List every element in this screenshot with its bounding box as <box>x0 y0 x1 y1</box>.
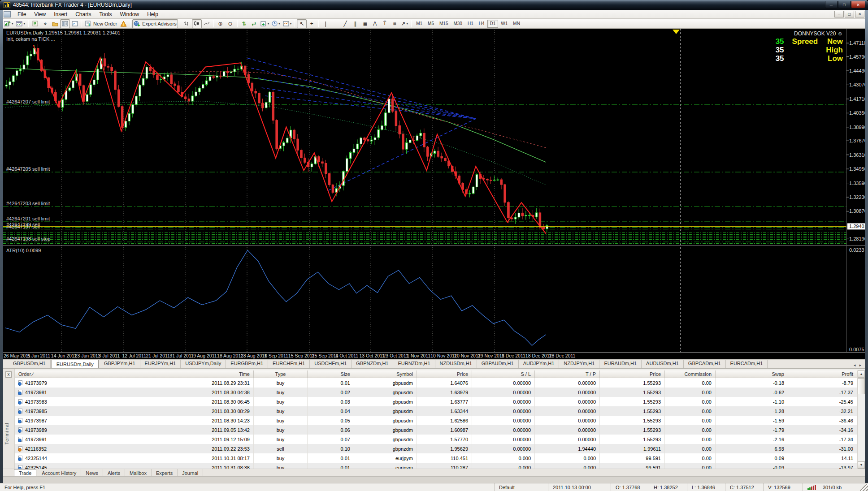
chart-workspace[interactable]: 1.471101.457901.444301.430701.417101.403… <box>0 29 868 359</box>
shapes-button[interactable]: ■ <box>390 19 399 28</box>
vertical-line-button[interactable]: | <box>321 19 330 28</box>
chart-tab-gbpaudm-h1[interactable]: GBPAUDm,H1 <box>477 360 519 368</box>
menu-item-charts[interactable]: Charts <box>71 10 95 18</box>
fibonacci-button[interactable]: ≣ <box>360 19 370 28</box>
timeframe-h1-button[interactable]: H1 <box>465 20 476 28</box>
line-chart-button[interactable] <box>202 19 212 28</box>
text-button[interactable]: A <box>370 19 380 28</box>
order-row-41973981[interactable]: 419739812011.08.30 04:38buy0.02gbpusdm1.… <box>15 388 857 397</box>
strategy-tester-button[interactable] <box>70 19 80 28</box>
horizontal-line-button[interactable]: ─ <box>330 19 340 28</box>
order-row-42325145[interactable]: 423251452011.10.31 08:38buy0.01eurjpym11… <box>15 463 857 469</box>
channel-button[interactable]: ∥ <box>350 19 360 28</box>
menu-item-view[interactable]: View <box>30 10 50 18</box>
indicators-button[interactable]: +▾ <box>259 19 271 28</box>
child-restore-button[interactable]: ▢ <box>845 11 854 17</box>
menu-item-window[interactable]: Window <box>116 10 143 18</box>
column-header-time[interactable]: Time <box>111 370 254 378</box>
chart-tab-eurchfm-h1[interactable]: EURCHFm,H1 <box>268 360 310 368</box>
chart-tab-audjpym-h1[interactable]: AUDJPYm,H1 <box>519 360 560 368</box>
chart-tab-gbpnzdm-h1[interactable]: GBPNZDm,H1 <box>352 360 393 368</box>
menu-item-file[interactable]: File <box>13 10 30 18</box>
timeframe-m1-button[interactable]: M1 <box>413 20 425 28</box>
text-label-button[interactable]: T̈ <box>380 19 390 28</box>
chart-tab-nzdjpym-h1[interactable]: NZDJPYm,H1 <box>559 360 599 368</box>
chart-shift-button[interactable]: ⇄ <box>249 19 259 28</box>
terminal-tab-mailbox[interactable]: Mailbox <box>125 469 152 476</box>
tab-scroll-right[interactable]: ▸ <box>857 362 863 368</box>
column-header-symbol[interactable]: Symbol <box>354 370 417 378</box>
title-bar[interactable]: 48544: Interbank FX Trader 4 - [EURUSDm,… <box>0 0 868 10</box>
terminal-tab-journal[interactable]: Journal <box>178 469 203 476</box>
minimize-button[interactable]: ─ <box>825 1 838 9</box>
bar-chart-button[interactable] <box>182 19 192 28</box>
column-header-price[interactable]: Price <box>600 370 665 378</box>
chart-tab-gbpusdm-h1[interactable]: GBPUSDm,H1 <box>9 360 51 368</box>
zoom-out-button[interactable]: ⊖ <box>226 19 235 28</box>
zoom-in-button[interactable]: ⊕ <box>216 19 226 28</box>
auto-scroll-button[interactable]: ⇅ <box>239 19 249 28</box>
crosshair-button[interactable]: + <box>307 19 317 28</box>
templates-button[interactable]: ▾ <box>282 19 293 28</box>
scroll-thumb[interactable] <box>858 378 865 394</box>
trendline-button[interactable]: ╱ <box>340 19 350 28</box>
menu-item-help[interactable]: Help <box>143 10 162 18</box>
order-row-41973979[interactable]: 419739792011.08.29 23:31buy0.01gbpusdm1.… <box>15 378 857 388</box>
order-row-41973985[interactable]: 419739852011.08.30 08:29buy0.04gbpusdm1.… <box>15 406 857 416</box>
new-order-button[interactable]: +New Order <box>84 19 118 28</box>
menu-item-tools[interactable]: Tools <box>95 10 116 18</box>
chart-tab-gbpjpym-h1[interactable]: GBPJPYm,H1 <box>100 360 140 368</box>
timeframe-m5-button[interactable]: M5 <box>425 20 437 28</box>
candlestick-button[interactable] <box>192 19 202 28</box>
alert-icon[interactable]: ! <box>118 19 128 28</box>
chart-tab-eurjpym-h1[interactable]: EURJPYm,H1 <box>140 360 181 368</box>
status-profile[interactable]: Default <box>494 483 548 491</box>
column-header-profit[interactable]: Profit <box>788 370 857 378</box>
chart-tab-nzdusdm-h1[interactable]: NZDUSDm,H1 <box>435 360 477 368</box>
terminal-tab-trade[interactable]: Trade <box>14 469 36 476</box>
new-chart-button[interactable]: +▾ <box>3 19 15 28</box>
timeframe-mn-button[interactable]: MN <box>510 20 523 28</box>
scroll-up-arrow[interactable]: ▲ <box>858 370 865 378</box>
chart-tab-gbpcadm-h1[interactable]: GBPCADm,H1 <box>684 360 726 368</box>
chart-tab-eurcadm-h1[interactable]: EURCADm,H1 <box>726 360 768 368</box>
scroll-down-arrow[interactable]: ▼ <box>858 461 865 469</box>
price-chart[interactable]: 1.471101.457901.444301.430701.417101.403… <box>0 29 868 359</box>
column-header-swap[interactable]: Swap <box>716 370 788 378</box>
terminal-close-button[interactable]: x <box>5 371 12 378</box>
terminal-tab-news[interactable]: News <box>81 469 103 476</box>
chart-tab-usdjpym-daily[interactable]: USDJPYm,Daily <box>181 360 226 368</box>
profiles-button[interactable]: ▾ <box>15 19 27 28</box>
column-header-type[interactable]: Type <box>254 370 308 378</box>
chart-window-icon[interactable] <box>4 11 11 17</box>
arrows-button[interactable]: ↗▾ <box>399 19 409 28</box>
timeframe-m15-button[interactable]: M15 <box>437 20 451 28</box>
terminal-scrollbar[interactable]: ▲ ▼ <box>857 370 865 469</box>
resize-grip[interactable] <box>860 484 868 491</box>
timeframe-d1-button[interactable]: D1 <box>487 20 499 28</box>
column-header-tp[interactable]: T / P <box>535 370 600 378</box>
order-row-42116352[interactable]: 421163522011.09.22 23:53sell0.10gbpnzdm1… <box>15 444 857 453</box>
child-close-button[interactable]: ✕ <box>855 11 864 17</box>
periods-button[interactable]: ▾ <box>270 19 282 28</box>
menu-item-insert[interactable]: Insert <box>50 10 71 18</box>
column-header-sl[interactable]: S / L <box>472 370 535 378</box>
navigator-button[interactable] <box>50 19 60 28</box>
column-header-size[interactable]: Size <box>308 370 354 378</box>
chart-tab-euraudm-h1[interactable]: EURAUDm,H1 <box>599 360 642 368</box>
timeframe-h4-button[interactable]: H4 <box>476 20 487 28</box>
chart-tab-usdchfm-h1[interactable]: USDCHFm,H1 <box>310 360 352 368</box>
cursor-button[interactable]: ↖ <box>297 19 307 28</box>
chart-tab-eurgbpm-h1[interactable]: EURGBPm,H1 <box>226 360 268 368</box>
column-header-order[interactable]: Order ∕ <box>15 370 111 378</box>
data-window-button[interactable]: ⌖ <box>40 19 50 28</box>
terminal-tab-account-history[interactable]: Account History <box>37 469 81 476</box>
expert-advisors-button[interactable]: Expert Advisors <box>132 19 178 28</box>
order-row-41973987[interactable]: 419739872011.08.30 14:23buy0.05gbpusdm1.… <box>15 416 857 425</box>
order-row-41973983[interactable]: 419739832011.08.30 06:45buy0.03gbpusdm1.… <box>15 397 857 406</box>
tab-scroll-left[interactable]: ◂ <box>852 362 858 368</box>
timeframe-m30-button[interactable]: M30 <box>451 20 464 28</box>
order-row-42325144[interactable]: 423251442011.10.31 08:17buy0.01eurjpym11… <box>15 453 857 463</box>
maximize-button[interactable]: □ <box>838 1 851 9</box>
column-header-commission[interactable]: Commission <box>665 370 716 378</box>
